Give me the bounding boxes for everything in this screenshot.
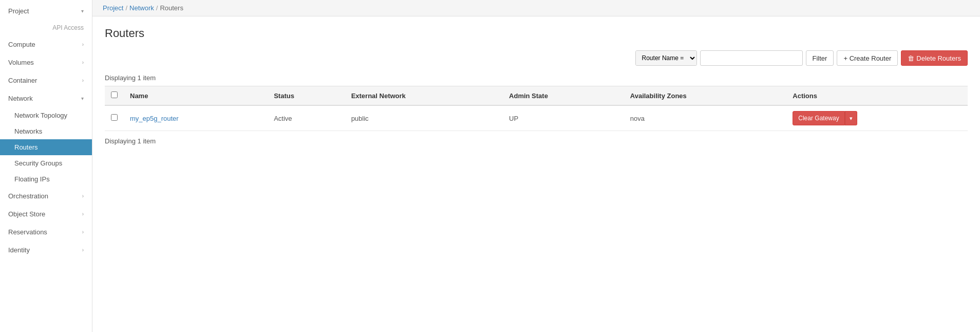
main-content: Project / Network / Routers Routers Rout…: [92, 0, 980, 332]
sidebar: Project ▾ API Access Compute › Volumes ›…: [0, 0, 92, 332]
row-checkbox-cell: [105, 105, 124, 131]
reservations-label: Reservations: [8, 228, 47, 236]
object-store-label: Object Store: [8, 210, 45, 218]
sidebar-item-reservations[interactable]: Reservations ›: [0, 223, 92, 241]
sidebar-item-project[interactable]: Project ▾: [0, 2, 92, 20]
reservations-chevron-icon: ›: [82, 229, 84, 235]
compute-label: Compute: [8, 41, 35, 48]
compute-chevron-icon: ›: [82, 42, 84, 47]
breadcrumb-sep-2: /: [156, 4, 158, 12]
sidebar-item-network[interactable]: Network ▾: [0, 89, 92, 107]
breadcrumb-routers: Routers: [160, 4, 183, 12]
clear-gateway-button[interactable]: Clear Gateway: [793, 111, 844, 125]
col-availability-zones: Availability Zones: [624, 86, 787, 106]
delete-routers-button[interactable]: 🗑 Delete Routers: [901, 50, 968, 66]
network-label: Network: [8, 95, 33, 102]
sidebar-project-label: Project: [8, 7, 29, 15]
breadcrumb-network[interactable]: Network: [129, 4, 154, 12]
volumes-chevron-icon: ›: [82, 60, 84, 65]
routers-table: Name Status External Network Admin State…: [105, 86, 968, 131]
project-chevron-icon: ▾: [81, 8, 84, 14]
row-checkbox[interactable]: [111, 114, 118, 121]
object-store-chevron-icon: ›: [82, 211, 84, 217]
api-access-label: API Access: [0, 20, 92, 35]
container-chevron-icon: ›: [82, 78, 84, 83]
col-admin-state: Admin State: [503, 86, 624, 106]
filter-dropdown[interactable]: Router Name =: [635, 50, 697, 66]
select-all-header: [105, 86, 124, 106]
page-content: Routers Router Name = Filter + Create Ro…: [92, 16, 980, 332]
sidebar-item-compute[interactable]: Compute ›: [0, 35, 92, 53]
breadcrumb-project[interactable]: Project: [103, 4, 123, 12]
orchestration-label: Orchestration: [8, 192, 48, 200]
sidebar-item-floating-ips[interactable]: Floating IPs: [0, 171, 92, 187]
display-count-bottom: Displaying 1 item: [105, 137, 968, 145]
action-dropdown-button[interactable]: ▾: [845, 111, 857, 125]
sidebar-item-orchestration[interactable]: Orchestration ›: [0, 187, 92, 205]
row-status: Active: [268, 105, 345, 131]
create-router-button[interactable]: + Create Router: [837, 50, 898, 66]
row-external-network: public: [345, 105, 503, 131]
filter-select[interactable]: Router Name =: [636, 50, 696, 66]
col-external-network: External Network: [345, 86, 503, 106]
row-availability-zones: nova: [624, 105, 787, 131]
sidebar-item-security-groups[interactable]: Security Groups: [0, 155, 92, 171]
sidebar-item-identity[interactable]: Identity ›: [0, 241, 92, 259]
orchestration-chevron-icon: ›: [82, 193, 84, 199]
col-status: Status: [268, 86, 345, 106]
filter-button[interactable]: Filter: [806, 50, 834, 66]
col-name: Name: [124, 86, 268, 106]
network-chevron-icon: ▾: [81, 96, 84, 101]
sidebar-item-volumes[interactable]: Volumes ›: [0, 53, 92, 71]
search-input[interactable]: [700, 50, 803, 66]
sidebar-item-container[interactable]: Container ›: [0, 71, 92, 89]
sidebar-item-networks[interactable]: Networks: [0, 123, 92, 139]
select-all-checkbox[interactable]: [111, 91, 118, 98]
page-title: Routers: [105, 27, 968, 40]
table-row: my_ep5g_router Active public UP nova Cle…: [105, 105, 968, 131]
row-name: my_ep5g_router: [124, 105, 268, 131]
breadcrumb: Project / Network / Routers: [92, 0, 980, 16]
volumes-label: Volumes: [8, 59, 34, 66]
identity-chevron-icon: ›: [82, 247, 84, 253]
col-actions: Actions: [786, 86, 968, 106]
row-admin-state: UP: [503, 105, 624, 131]
breadcrumb-sep-1: /: [125, 4, 127, 12]
display-count-top: Displaying 1 item: [105, 74, 968, 82]
toolbar: Router Name = Filter + Create Router 🗑 D…: [105, 50, 968, 66]
sidebar-item-routers[interactable]: Routers: [0, 139, 92, 155]
container-label: Container: [8, 77, 37, 84]
table-header-row: Name Status External Network Admin State…: [105, 86, 968, 106]
delete-routers-label: Delete Routers: [916, 54, 961, 62]
sidebar-item-object-store[interactable]: Object Store ›: [0, 205, 92, 223]
router-name-link[interactable]: my_ep5g_router: [130, 115, 179, 122]
action-group: Clear Gateway ▾: [793, 111, 962, 125]
sidebar-item-network-topology[interactable]: Network Topology: [0, 107, 92, 123]
delete-icon: 🗑: [908, 54, 914, 62]
row-actions: Clear Gateway ▾: [786, 105, 968, 131]
identity-label: Identity: [8, 246, 30, 254]
create-router-label: + Create Router: [843, 54, 891, 62]
